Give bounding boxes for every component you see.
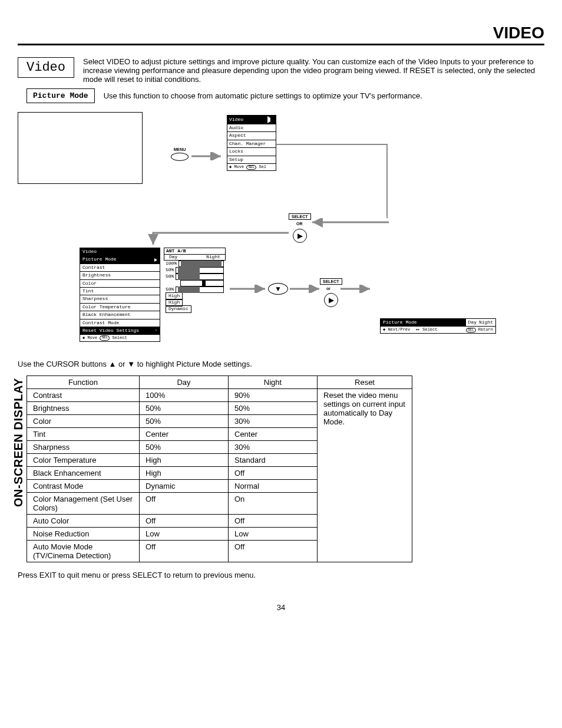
cell-night: Standard [229,454,318,467]
cell-day: Off [140,541,229,562]
cell-day: 100% [140,389,229,402]
day-night-row: DayNight [164,254,226,261]
picmode-footer: ◆ Next/Prev ◂▸ Select SEL Return [381,327,495,333]
submenu-contrast: Contrast [80,264,160,272]
cursor-instruction: Use the CURSOR buttons ▲ or ▼ to highlig… [18,360,544,368]
th-night: Night [229,376,318,389]
cell-function: Color Temperature [27,454,140,467]
cell-function: Contrast [27,389,140,402]
ant-label: ANT A/B [164,248,226,254]
cell-day: 50% [140,402,229,415]
menu-item-audio: Audio [227,124,276,132]
cell-function: Auto Color [27,515,140,528]
th-function: Function [27,376,140,389]
cell-day: High [140,454,229,467]
or-label: OR [296,222,303,226]
osd-picture-mode-bar: Picture Mode DayNight ◆ Next/Prev ◂▸ Sel… [380,318,496,334]
cell-day: 50% [140,441,229,454]
cell-reset: Reset the video menu settings on current… [318,389,412,562]
cell-function: Sharpness [27,441,140,454]
value-contrastmode: Dynamic [164,306,226,312]
cell-day: 50% [140,415,229,428]
value-tint [164,280,226,286]
chevron-right-icon [267,116,274,123]
menu-item-aspect: Aspect [227,132,276,140]
arrow-icon [290,285,325,293]
picture-mode-row: Picture Mode Use this function to choose… [27,88,544,103]
cell-day: Dynamic [140,480,229,493]
cell-function: Color Management (Set User Colors) [27,493,140,515]
menu-item-chan-manager: Chan. Manager [227,140,276,148]
th-day: Day [140,376,229,389]
submenu-picture-mode: Picture Mode [80,256,160,263]
nav-right-button-2: ▶ [324,293,338,307]
select-label: SELECT [289,213,311,220]
submenu-tint: Tint [80,288,160,295]
cell-night: On [229,493,318,515]
arrow-icon [191,152,227,160]
cell-day: Low [140,528,229,541]
cell-night: 90% [229,389,318,402]
menu-footer: ◆ Move SEL Sel [227,164,276,170]
preview-box [18,112,143,184]
cell-night: Center [229,428,318,441]
menu-item-video: Video [227,116,276,124]
menu-item-locks: Locks [227,148,276,156]
osd-main-menu: Video Audio Aspect Chan. Manager Locks S… [227,115,276,171]
video-submenu-header: Video [80,248,160,256]
table-header-row: Function Day Night Reset [27,376,412,389]
video-box-label: Video [18,57,74,78]
page-number: 34 [18,603,544,612]
up-down-icon: ▫ [155,328,157,334]
value-contrast: 100% [164,261,226,267]
cell-night: 50% [229,402,318,415]
intro-row: Video Select VIDEO to adjust picture set… [18,57,544,84]
menu-button-label: MENU [171,147,189,151]
arrow-icon [230,285,271,293]
cell-function: Contrast Mode [27,480,140,493]
chevron-down-icon: ▼ [268,283,288,295]
cell-night: Off [229,467,318,480]
picture-mode-box-label: Picture Mode [27,88,95,103]
menu-item-setup: Setup [227,156,276,164]
cell-day: High [140,467,229,480]
submenu-brightness: Brightness [80,272,160,279]
select-label-2: SELECT [320,278,342,285]
submenu-footer: ◆ Move SEL Select [80,335,160,341]
arrow-icon [340,285,376,293]
settings-table: Function Day Night Reset Contrast100%90%… [27,375,412,562]
cell-function: Tint [27,428,140,441]
cell-function: Brightness [27,402,140,415]
picture-mode-text: Use this function to choose from automat… [104,91,422,100]
chevron-right-icon [154,258,157,262]
osd-video-submenu: Video Picture Mode Contrast Brightness C… [80,248,160,342]
picmode-label: Picture Mode [381,319,466,326]
cell-night: Low [229,528,318,541]
cell-day: Center [140,428,229,441]
value-color: 50% [164,274,226,280]
cell-function: Black Enhancement [27,467,140,480]
cell-night: Normal [229,480,318,493]
cell-night: Off [229,515,318,528]
chevron-right-icon: ▶ [293,229,307,243]
cell-night: 30% [229,415,318,428]
submenu-reset: Reset Video Settings▫ [80,327,160,335]
cell-night: Off [229,541,318,562]
cell-day: Off [140,515,229,528]
submenu-black-enh: Black Enhancement [80,311,160,319]
side-vertical-label: ON-SCREEN DISPLAY [12,378,25,507]
value-brightness: 50% [164,267,226,274]
submenu-sharpness: Sharpness [80,295,160,303]
cell-function: Noise Reduction [27,528,140,541]
th-reset: Reset [318,376,412,389]
chevron-right-icon: ▶ [324,293,338,307]
cell-day: Off [140,493,229,515]
or-label-2: or [326,286,330,291]
picmode-options: DayNight [466,319,495,326]
flow-diagram: MENU Video Audio Aspect Chan. Manager Lo… [18,112,544,348]
table-row: Contrast100%90%Reset the video menu sett… [27,389,412,402]
submenu-color: Color [80,280,160,288]
intro-text: Select VIDEO to adjust picture settings … [83,57,544,84]
menu-button-icon [171,153,189,161]
cell-function: Color [27,415,140,428]
